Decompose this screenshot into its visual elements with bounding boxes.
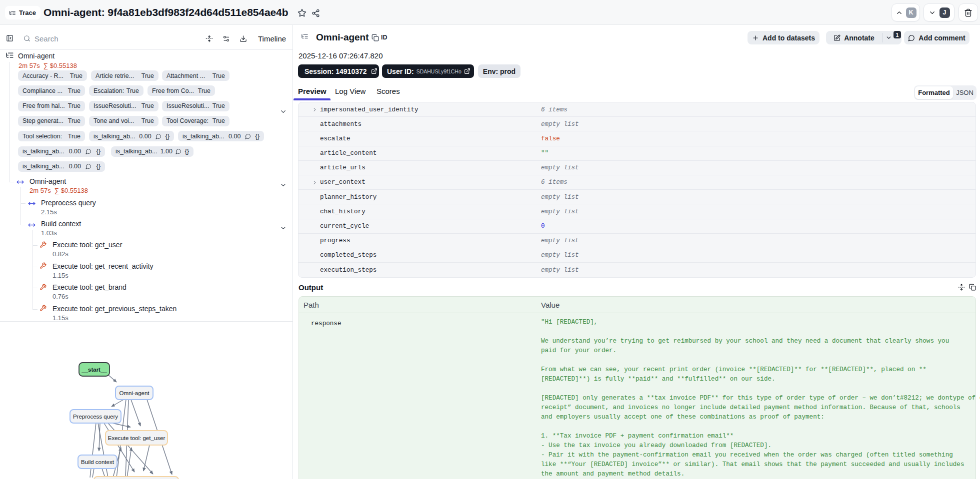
svg-text:Preprocess query: Preprocess query: [73, 414, 118, 420]
svg-text:Execute tool: get_user: Execute tool: get_user: [108, 435, 166, 441]
svg-text:Omni-agent: Omni-agent: [119, 390, 150, 396]
svg-text:Build context: Build context: [81, 459, 114, 465]
svg-text:__start__: __start__: [81, 367, 107, 373]
